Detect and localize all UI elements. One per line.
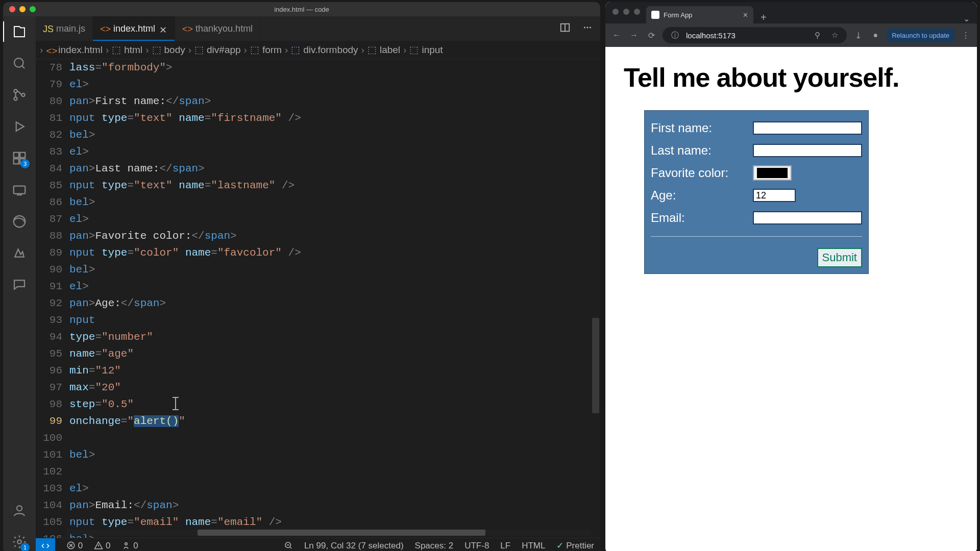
- reload-button[interactable]: ⟳: [645, 31, 657, 40]
- status-encoding[interactable]: UTF-8: [464, 541, 489, 551]
- status-cursor[interactable]: Ln 99, Col 32 (7 selected): [304, 541, 404, 551]
- code-line[interactable]: pan>First name:</span>: [69, 93, 600, 110]
- code-line[interactable]: el>: [69, 480, 600, 497]
- code-line[interactable]: nput type="email" name="email" />: [69, 514, 600, 531]
- site-info-icon[interactable]: ⓘ: [669, 31, 681, 40]
- first-name-input[interactable]: [753, 121, 862, 135]
- breadcrumb-item[interactable]: div#app: [207, 44, 241, 56]
- run-debug-icon[interactable]: [8, 115, 31, 138]
- breadcrumb-item[interactable]: index.html: [58, 44, 103, 56]
- traffic-zoom[interactable]: [634, 9, 640, 15]
- tab-overflow-icon[interactable]: ⌄: [956, 14, 977, 23]
- code-line[interactable]: nput type="text" name="firstname" />: [69, 110, 600, 127]
- code-line[interactable]: bel>: [69, 127, 600, 143]
- settings-badge: 1: [20, 543, 30, 551]
- breadcrumb-item[interactable]: div.formbody: [303, 44, 358, 56]
- minimap[interactable]: [592, 59, 599, 538]
- code-line[interactable]: onchange="alert()": [69, 413, 600, 430]
- chrome-menu-icon[interactable]: ⋮: [960, 31, 972, 40]
- code-line[interactable]: max="20": [69, 379, 600, 396]
- symbol-icon: ⬚: [368, 44, 377, 56]
- edge-icon[interactable]: [8, 210, 31, 233]
- code-line[interactable]: pan>Favorite color:</span>: [69, 228, 600, 244]
- status-warnings[interactable]: 0: [94, 541, 110, 551]
- explorer-icon[interactable]: [8, 20, 31, 43]
- relaunch-button[interactable]: Relaunch to update: [887, 29, 954, 42]
- more-icon[interactable]: [582, 22, 593, 36]
- source-control-icon[interactable]: [8, 84, 31, 106]
- code-line[interactable]: el>: [69, 76, 600, 93]
- editor-tab[interactable]: <>index.html✕: [93, 16, 175, 41]
- horizontal-scrollbar[interactable]: [66, 530, 590, 536]
- email-input[interactable]: [753, 211, 862, 224]
- status-ports[interactable]: 0: [121, 541, 138, 551]
- code-line[interactable]: bel>: [69, 446, 600, 463]
- settings-gear-icon[interactable]: 1: [8, 531, 31, 551]
- remote-indicator[interactable]: [36, 538, 55, 552]
- breadcrumb-item[interactable]: html: [124, 44, 142, 56]
- close-tab-icon[interactable]: ✕: [159, 24, 167, 33]
- profile-icon[interactable]: ●: [869, 31, 881, 40]
- split-editor-icon[interactable]: [559, 22, 571, 36]
- close-tab-icon[interactable]: ✕: [743, 11, 748, 19]
- chevron-right-icon: ›: [244, 44, 247, 56]
- code-line[interactable]: min="12": [69, 362, 600, 379]
- account-icon[interactable]: [8, 499, 31, 521]
- status-prettier[interactable]: ✓ Prettier: [556, 540, 594, 551]
- bookmark-icon[interactable]: ☆: [828, 31, 841, 40]
- svg-rect-6: [14, 159, 19, 164]
- code-line[interactable]: lass="formbody">: [69, 59, 600, 76]
- breadcrumb-item[interactable]: body: [164, 44, 185, 56]
- url-text: localhost:5173: [686, 31, 736, 40]
- editor-tab[interactable]: <>thankyou.html: [175, 16, 260, 41]
- browser-tab[interactable]: Form App ✕: [646, 6, 753, 23]
- extensions-icon[interactable]: 3: [8, 147, 31, 169]
- breadcrumbs[interactable]: › <> index.html › ⬚ html › ⬚ body › ⬚ di…: [36, 41, 600, 59]
- last-name-input[interactable]: [753, 144, 862, 157]
- status-spaces[interactable]: Spaces: 2: [415, 541, 454, 551]
- code-line[interactable]: pan>Email:</span>: [69, 497, 600, 514]
- breadcrumb-item[interactable]: input: [422, 44, 443, 56]
- code-line[interactable]: nput type="color" name="favcolor" />: [69, 244, 600, 261]
- code-line[interactable]: [69, 463, 600, 480]
- code-line[interactable]: el>: [69, 278, 600, 295]
- code-line[interactable]: bel>: [69, 194, 600, 211]
- forward-button[interactable]: →: [628, 31, 640, 40]
- status-language[interactable]: HTML: [522, 541, 545, 551]
- code-line[interactable]: el>: [69, 143, 600, 160]
- code-line[interactable]: nput type="text" name="lastname" />: [69, 177, 600, 194]
- remote-icon[interactable]: [8, 179, 31, 201]
- status-errors[interactable]: 0: [66, 541, 83, 551]
- status-eol[interactable]: LF: [500, 541, 510, 551]
- new-tab-button[interactable]: +: [753, 12, 774, 23]
- form-divider: [651, 236, 862, 237]
- install-icon[interactable]: ⤓: [852, 31, 864, 40]
- omnibox[interactable]: ⓘ localhost:5173 ⚲ ☆: [663, 27, 847, 43]
- submit-button[interactable]: Submit: [817, 248, 862, 267]
- code-line[interactable]: [69, 430, 600, 446]
- code-line[interactable]: type="number": [69, 329, 600, 345]
- code-line[interactable]: nput: [69, 312, 600, 329]
- chat-icon[interactable]: [8, 273, 31, 296]
- code-line[interactable]: step="0.5": [69, 396, 600, 413]
- back-button[interactable]: ←: [610, 31, 623, 40]
- zoom-icon[interactable]: ⚲: [811, 31, 823, 40]
- code-area[interactable]: lass="formbody">el>pan>First name:</span…: [69, 59, 600, 538]
- code-line[interactable]: bel>: [69, 261, 600, 278]
- editor-tab[interactable]: JSmain.js: [36, 16, 93, 41]
- search-icon[interactable]: [8, 52, 31, 74]
- age-input[interactable]: [753, 189, 796, 202]
- status-zoom-icon[interactable]: [284, 541, 293, 551]
- other-icon[interactable]: [8, 242, 31, 264]
- code-line[interactable]: el>: [69, 211, 600, 228]
- code-line[interactable]: name="age": [69, 345, 600, 362]
- breadcrumb-item[interactable]: form: [262, 44, 282, 56]
- breadcrumb-item[interactable]: label: [380, 44, 400, 56]
- traffic-minimize[interactable]: [623, 9, 629, 15]
- favorite-color-input[interactable]: [753, 165, 792, 181]
- label-first-name: First name:: [651, 121, 753, 135]
- code-line[interactable]: pan>Age:</span>: [69, 295, 600, 312]
- editor[interactable]: 7879808182838485868788899091929394959697…: [36, 59, 600, 538]
- traffic-close[interactable]: [612, 9, 619, 15]
- code-line[interactable]: pan>Last name:</span>: [69, 160, 600, 177]
